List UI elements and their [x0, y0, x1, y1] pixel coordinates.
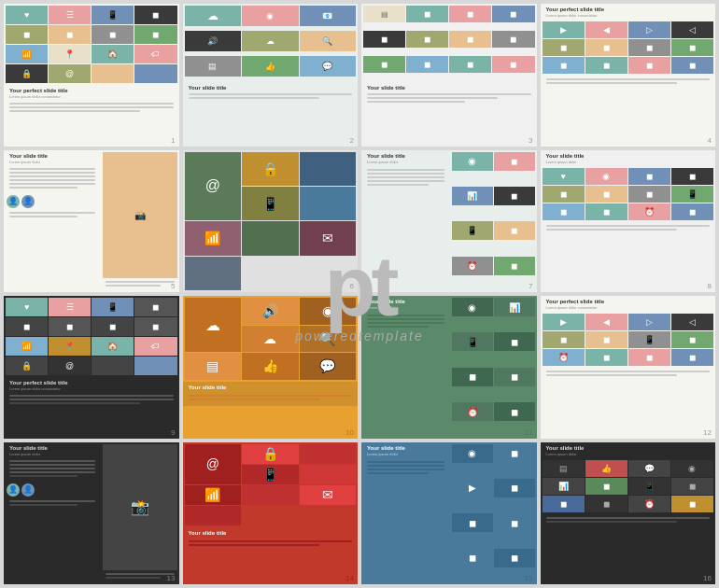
slide-8-num: 8	[708, 282, 712, 290]
slide-11-num: 11	[525, 428, 533, 437]
slide-thumb-3[interactable]: ▤ ◼ ◼ ◼ ◼ ◼ ◼ ◼ ◼ ◼ ◼ ◼ Your slide title	[361, 4, 537, 147]
slide-14-num: 14	[345, 574, 354, 582]
slide-1-title: Your perfect slide title	[7, 87, 176, 94]
slide-thumb-8[interactable]: Your slide title Lorem ipsum dolor ♥ ◉ ◼…	[541, 150, 716, 293]
slide-9-num: 9	[171, 428, 175, 437]
slide-thumb-13[interactable]: Your slide title Lorem ipsum dolor 👤 👤	[4, 442, 179, 585]
slide-3-num: 3	[529, 136, 532, 145]
slide-13-title: Your slide title	[7, 444, 98, 452]
slide-11-title: Your slide title	[364, 298, 447, 305]
slide-7-title: Your slide title	[364, 152, 447, 160]
slide-10-num: 10	[345, 428, 354, 437]
slide-grid: ♥ ☰ 📱 ◼ ◼ ◼ ◼ ◼ 📶 📍 🏠 🏷 🔒 @ Your perfect…	[0, 0, 719, 588]
slide-thumb-12[interactable]: Your perfect slide title Lorem ipsum dol…	[541, 296, 716, 439]
slide-thumb-7[interactable]: Your slide title Lorem ipsum dolor ◉ ◼ 📊…	[361, 150, 537, 293]
slide-2-num: 2	[350, 136, 354, 145]
slide-thumb-11[interactable]: Your slide title Lorem ipsum dolor ◉ 📊 📱…	[361, 296, 537, 439]
slide-10-title: Your slide title	[186, 384, 356, 391]
slide-14-title: Your slide title	[186, 529, 356, 537]
slide-12-num: 12	[703, 428, 712, 437]
slide-8-title: Your slide title	[543, 152, 713, 160]
slide-thumb-15[interactable]: Your slide title Lorem ipsum dolor ◉ ◼ ▶…	[361, 442, 537, 585]
slide-5-title: Your slide title	[7, 152, 98, 160]
slide-15-num: 15	[525, 574, 533, 582]
slide-1-subtitle: Lorem ipsum dolor consectetur	[7, 94, 176, 99]
slide-4-subtitle: Lorem ipsum dolor consectetur	[543, 13, 713, 18]
slide-4-num: 4	[708, 136, 712, 145]
slide-thumb-6[interactable]: @ 🔒 📱 📶 ✉ 6	[183, 150, 359, 293]
slide-16-title: Your slide title	[543, 444, 713, 452]
slide-thumb-2[interactable]: ☁ ◉ 📧 🔊 ☁ 🔍 ▤ 👍 💬 Your slide title 2	[183, 4, 359, 147]
slide-thumb-14[interactable]: @ 🔒 📱 📶 ✉ Your slide title	[183, 442, 359, 585]
slide-thumb-16[interactable]: Your slide title Lorem ipsum dolor ▤ 👍 💬…	[541, 442, 716, 585]
slide-thumb-4[interactable]: Your perfect slide title Lorem ipsum dol…	[541, 4, 716, 147]
slide-7-num: 7	[529, 282, 532, 290]
slide-thumb-1[interactable]: ♥ ☰ 📱 ◼ ◼ ◼ ◼ ◼ 📶 📍 🏠 🏷 🔒 @ Your perfect…	[4, 4, 179, 147]
slide-thumb-5[interactable]: Your slide title Lorem ipsum dolor 👤 👤	[4, 150, 179, 293]
slide-13-num: 13	[167, 574, 176, 582]
slide-15-title: Your slide title	[364, 444, 447, 452]
slide-4-title: Your perfect slide title	[543, 6, 713, 13]
slide-1-num: 1	[171, 136, 175, 145]
slide-6-num: 6	[350, 282, 354, 290]
slide-2-title: Your slide title	[186, 84, 356, 91]
slide-3-title: Your slide title	[364, 84, 534, 91]
slide-9-title: Your perfect slide title	[7, 379, 176, 386]
slide-thumb-10[interactable]: ☁ 🔊 ◉ ☁ 🔍 ▤ 👍 💬 Your slide title 10	[183, 296, 359, 439]
slide-5-num: 5	[171, 282, 175, 290]
slide-thumb-9[interactable]: ♥ ☰ 📱 ◼ ◼ ◼ ◼ ◼ 📶 📍 🏠 🏷 🔒 @ Your perfect…	[4, 296, 179, 439]
slide-12-title: Your perfect slide title	[543, 298, 713, 305]
slide-16-num: 16	[703, 574, 712, 582]
